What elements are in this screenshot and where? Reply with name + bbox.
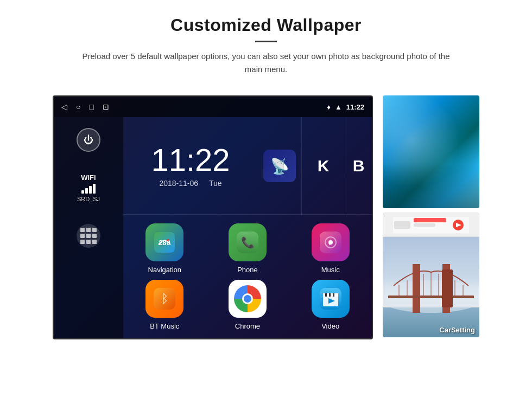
page-wrapper: Customized Wallpaper Preload over 5 defa…	[0, 0, 532, 339]
k-app-item[interactable]: K	[301, 117, 345, 215]
music-icon: ♪	[312, 223, 350, 261]
wifi-label: WiFi	[77, 174, 100, 182]
phone-svg: 📞	[237, 232, 258, 253]
main-content: ◁ ○ □ ⊡ ♦ ▲ 11:22 ⏻	[0, 85, 532, 339]
navigation-icon: 280	[145, 223, 183, 261]
left-sidebar: ⏻ WiFi SRD_SJ	[54, 117, 123, 338]
apps-dot	[80, 228, 85, 232]
page-header: Customized Wallpaper Preload over 5 defa…	[0, 0, 532, 85]
wifi-signal-icon: ▲	[335, 103, 342, 111]
svg-rect-13	[325, 293, 327, 297]
svg-rect-20	[414, 223, 435, 227]
music-svg: ♪	[320, 232, 341, 253]
wifi-widget[interactable]: WiFi SRD_SJ	[77, 174, 100, 202]
music-label: Music	[321, 266, 340, 274]
radio-svg	[393, 217, 469, 233]
power-icon: ⏻	[84, 134, 93, 146]
apps-grid-icon	[80, 228, 97, 244]
svg-rect-27	[442, 264, 450, 313]
phone-icon: 📞	[229, 223, 267, 261]
status-right: ♦ ▲ 11:22	[327, 103, 364, 111]
bridge-wallpaper-thumb[interactable]: CarSetting	[383, 237, 479, 337]
apps-dot	[80, 234, 85, 238]
wireless-icon: 📡	[263, 150, 296, 182]
svg-rect-19	[414, 218, 446, 222]
apps-dot	[80, 240, 85, 244]
power-button[interactable]: ⏻	[77, 128, 100, 152]
b-icon: B	[353, 157, 365, 175]
clock-date-value: 2018-11-06	[159, 179, 198, 188]
svg-rect-18	[394, 221, 410, 229]
phone-label: Phone	[237, 266, 258, 274]
btmusic-svg: ᛒ	[154, 288, 175, 310]
screen-body: ⏻ WiFi SRD_SJ	[54, 117, 372, 338]
svg-rect-15	[333, 293, 334, 297]
wifi-ssid: SRD_SJ	[77, 196, 100, 202]
svg-text:♪: ♪	[328, 236, 333, 247]
navigation-svg: 280	[153, 231, 176, 254]
apps-dot	[86, 234, 91, 238]
main-area: 11:22 2018-11-06 Tue 📡	[123, 117, 372, 338]
chrome-label: Chrome	[235, 322, 260, 330]
status-left: ◁ ○ □ ⊡	[61, 102, 109, 111]
chrome-app[interactable]: Chrome	[206, 277, 289, 333]
chrome-inner	[242, 293, 253, 304]
clock-day: Tue	[209, 179, 222, 188]
apps-dot	[86, 240, 91, 244]
wallpaper-thumbnails: CarSetting	[383, 95, 479, 337]
signal-wave-icon: 📡	[270, 157, 289, 175]
wifi-bar-3	[89, 186, 92, 194]
radio-strip[interactable]	[383, 213, 479, 237]
carsetting-label: CarSetting	[439, 326, 475, 334]
chrome-icon	[229, 280, 267, 318]
recent-icon[interactable]: □	[89, 102, 93, 111]
b-app-item[interactable]: B	[345, 117, 372, 215]
wireless-app-item[interactable]: 📡	[258, 117, 301, 215]
btmusic-app[interactable]: ᛒ BT Music	[123, 277, 206, 333]
lower-wallpaper-area: CarSetting	[383, 213, 479, 337]
navigation-label: Navigation	[148, 266, 181, 274]
screenshot-icon[interactable]: ⊡	[103, 102, 109, 111]
svg-rect-14	[329, 293, 331, 297]
clock-date: 2018-11-06 Tue	[159, 179, 221, 188]
clock-area: 11:22 2018-11-06 Tue	[123, 117, 258, 214]
title-divider	[255, 41, 277, 42]
ice-wallpaper-thumb[interactable]	[383, 95, 479, 208]
chrome-circle	[234, 285, 261, 312]
video-label: Video	[321, 322, 339, 330]
apps-dot	[92, 240, 97, 244]
phone-app[interactable]: 📞 Phone	[206, 220, 289, 277]
k-icon: K	[318, 157, 330, 175]
home-icon[interactable]: ○	[76, 102, 80, 111]
wifi-bar-4	[93, 184, 96, 194]
page-subtitle: Preload over 5 default wallpaper options…	[76, 50, 456, 76]
apps-dot	[92, 228, 97, 232]
btmusic-icon: ᛒ	[145, 280, 183, 318]
apps-button[interactable]	[77, 224, 100, 248]
back-icon[interactable]: ◁	[61, 102, 67, 111]
app-grid: 280 Navigation	[123, 215, 372, 338]
wifi-bar-2	[85, 188, 88, 194]
music-app[interactable]: ♪ Music	[289, 220, 372, 277]
wifi-bar-1	[81, 190, 84, 194]
video-app[interactable]: Video	[289, 277, 372, 333]
apps-dot	[86, 228, 91, 232]
video-icon	[312, 280, 350, 318]
navigation-app[interactable]: 280 Navigation	[123, 220, 206, 277]
btmusic-label: BT Music	[150, 322, 179, 330]
status-bar: ◁ ○ □ ⊡ ♦ ▲ 11:22	[54, 97, 372, 117]
bridge-svg	[383, 237, 479, 337]
apps-dot	[92, 234, 97, 238]
top-section: 11:22 2018-11-06 Tue 📡	[123, 117, 372, 215]
svg-text:ᛒ: ᛒ	[161, 292, 168, 305]
android-screen: ◁ ○ □ ⊡ ♦ ▲ 11:22 ⏻	[53, 95, 373, 339]
status-time: 11:22	[346, 103, 364, 111]
svg-text:📞: 📞	[240, 236, 254, 249]
gps-icon: ♦	[327, 103, 331, 111]
video-svg	[320, 288, 341, 310]
wifi-bars	[77, 184, 100, 194]
page-title: Customized Wallpaper	[11, 15, 521, 35]
clock-time: 11:22	[151, 144, 230, 176]
